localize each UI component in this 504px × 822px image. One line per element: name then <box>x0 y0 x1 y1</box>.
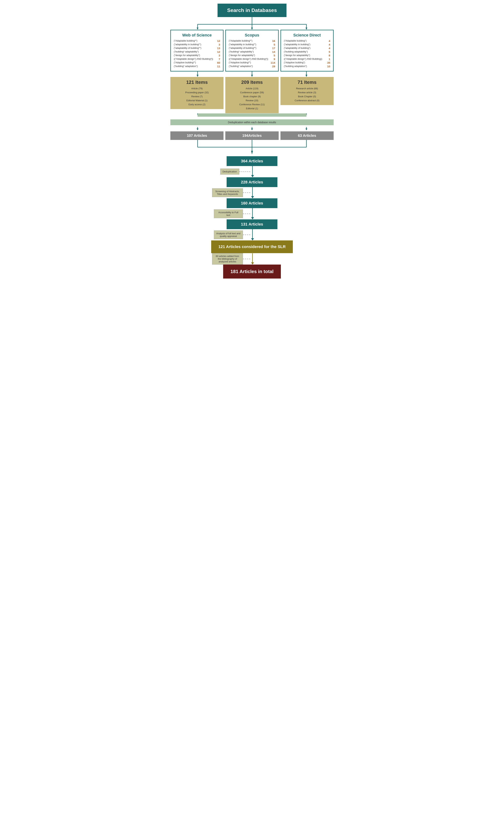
scopus-detail-3: Review (10) <box>228 98 276 102</box>
scopus-detail-2: Book chapter (9) <box>228 94 276 98</box>
dedup-side-label: Deduplication <box>220 168 239 174</box>
wos-detail-0: Article (79) <box>173 86 220 90</box>
items-columns: 121 Items Article (79) Proceeding paper … <box>170 77 334 113</box>
svg-marker-13 <box>306 75 307 77</box>
dedup-to-articles-lines <box>170 127 334 131</box>
dedup-bar: Deduplication within each database resul… <box>170 119 334 125</box>
title-box: Search in Databases <box>217 4 287 17</box>
svg-marker-18 <box>197 128 198 130</box>
flow-arrow-3 <box>251 208 254 220</box>
scopus-detail-1: Conference paper (59) <box>228 90 276 94</box>
database-columns: Web of Science ("Adaptable building*") 1… <box>170 30 334 71</box>
svg-marker-7 <box>306 28 307 30</box>
scopus-items-box: 209 Items Article (119) Conference paper… <box>225 77 279 113</box>
scopus-row-5: (("Adaptable design") AND Building*}) 9 <box>229 57 275 61</box>
sd-row-1: ("adaptability in building") 4 <box>284 43 330 46</box>
sd-items-total: 71 Items <box>284 79 331 85</box>
articles-131: 131 Articles <box>226 220 278 229</box>
sd-title: Science Direct <box>284 33 330 38</box>
sd-items-detail: Research article (68) Review article (3)… <box>284 86 331 102</box>
svg-marker-22 <box>306 128 307 130</box>
diagram: Search in Databases Web of Science ("Ada… <box>170 4 334 279</box>
scopus-items-detail: Article (119) Conference paper (59) Book… <box>228 86 276 111</box>
gather-arrows <box>170 140 334 154</box>
sd-row-0: ("Adaptable building") 4 <box>284 39 330 42</box>
scopus-row-7: ("building* adaptation") 29 <box>229 65 275 68</box>
articles-364: 364 Articles <box>226 156 278 166</box>
sd-detail-2: Book Chapter (0) <box>284 94 331 98</box>
scopus-row-2: ("adaptability of building*") 17 <box>229 47 275 50</box>
scopus-row-1: ("adaptability in building*") 5 <box>229 43 275 46</box>
sd-row-4: ("design for adaptability") 8 <box>284 54 330 57</box>
scopus-detail-0: Article (119) <box>228 86 276 90</box>
wos-items-box: 121 Items Article (79) Proceeding paper … <box>170 77 223 109</box>
wos-row-0: ("Adaptable building*") 12 <box>174 39 220 42</box>
articles-final: 181 Articles in total <box>223 265 281 278</box>
sd-detail-1: Review article (3) <box>284 90 331 94</box>
sd-row-3: ("building adaptability") 5 <box>284 50 330 53</box>
articles-slr: 121 Articles considered for the SLR <box>211 241 293 253</box>
sd-row-6: ("Adaptive building") 35 <box>284 61 330 64</box>
svg-marker-28 <box>251 151 253 154</box>
access-side-label: Accessibility to Full text <box>214 210 243 218</box>
flow-arrow-2 <box>251 187 254 198</box>
sd-after-dedup: 63 Articles <box>281 131 334 140</box>
dedup-label: Deduplication within each database resul… <box>228 121 276 124</box>
after-dedup-row: 107 Articles 194Articles 63 Articles <box>170 131 334 140</box>
scopus-detail-4: Conference Review (11) <box>228 102 276 106</box>
sd-row-5: (("Adaptable design") AND Building)) 1 <box>284 57 330 61</box>
web-of-science-box: Web of Science ("Adaptable building*") 1… <box>170 30 223 71</box>
wos-detail-1: Proceeding paper (32) <box>173 90 220 94</box>
svg-marker-3 <box>197 28 198 30</box>
wos-items-detail: Article (79) Proceeding paper (32) Revie… <box>173 86 220 106</box>
flow-arrow-1 <box>251 166 254 177</box>
wos-detail-3: Editorial Material (1) <box>173 98 220 102</box>
wos-detail-4: Early access (2) <box>173 102 220 106</box>
scopus-row-0: ("Adaptable building*") 16 <box>229 39 275 42</box>
screening-side-label: Screening of Abstracts, Titles and Keywo… <box>212 188 243 197</box>
scopus-box: Scopus ("Adaptable building*") 16 ("adap… <box>225 30 279 71</box>
scopus-row-3: ("building* adaptability") 14 <box>229 50 275 53</box>
flow-arrow-4 <box>251 229 254 241</box>
flow-section: 364 Articles Deduplication 228 Articles … <box>170 156 334 279</box>
sixty-articles-label: 60 articles added from the bibliography … <box>212 253 243 265</box>
db-to-items-arrows <box>170 71 334 77</box>
svg-marker-5 <box>251 28 253 30</box>
svg-marker-11 <box>251 75 253 77</box>
scopus-row-4: ("design for adaptability") 5 <box>229 54 275 57</box>
articles-228: 228 Articles <box>226 177 278 187</box>
wos-row-6: ("Adaptive building*") 60 <box>174 61 220 64</box>
wos-title: Web of Science <box>174 33 220 38</box>
dedup-dashed-arrow <box>239 171 250 172</box>
scopus-row-6: ("Adaptive building*") 114 <box>229 61 275 64</box>
sd-row-2: ("adaptability of building") 4 <box>284 47 330 50</box>
top-connector-svg <box>170 17 334 30</box>
sd-detail-3: Conference abstract (0) <box>284 98 331 102</box>
scopus-title: Scopus <box>229 33 275 38</box>
svg-marker-20 <box>251 128 253 130</box>
wos-row-7: ("building* adaptation") 11 <box>174 65 220 68</box>
analysis-side-label: Analysis of full text and quality apprai… <box>214 231 243 239</box>
sd-items-box: 71 Items Research article (68) Review ar… <box>281 77 334 105</box>
wos-detail-2: Review (7) <box>173 94 220 98</box>
wos-items-total: 121 Items <box>173 79 220 85</box>
sd-row-7: ("building adaptation") 10 <box>284 65 330 68</box>
wos-row-2: ("adaptability of building*") 13 <box>174 47 220 50</box>
articles-160: 160 Articles <box>226 198 278 208</box>
wos-row-1: ("adaptability in building*") 3 <box>174 43 220 46</box>
science-direct-box: Science Direct ("Adaptable building") 4 … <box>281 30 334 71</box>
wos-row-5: (("Adaptable design") AND Building*}) 7 <box>174 57 220 61</box>
wos-after-dedup: 107 Articles <box>170 131 223 140</box>
scopus-detail-5: Editorial (1) <box>228 106 276 110</box>
title-text: Search in Databases <box>227 7 277 13</box>
scopus-after-dedup: 194Articles <box>225 131 279 140</box>
scopus-items-total: 209 Items <box>228 79 276 85</box>
svg-marker-9 <box>197 75 198 77</box>
items-to-dedup-lines <box>170 113 334 117</box>
flow-arrow-5 <box>251 253 254 265</box>
wos-row-4: ("design for adaptability") 3 <box>174 54 220 57</box>
wos-row-3: ("building* adaptability") 12 <box>174 50 220 53</box>
sd-detail-0: Research article (68) <box>284 86 331 90</box>
